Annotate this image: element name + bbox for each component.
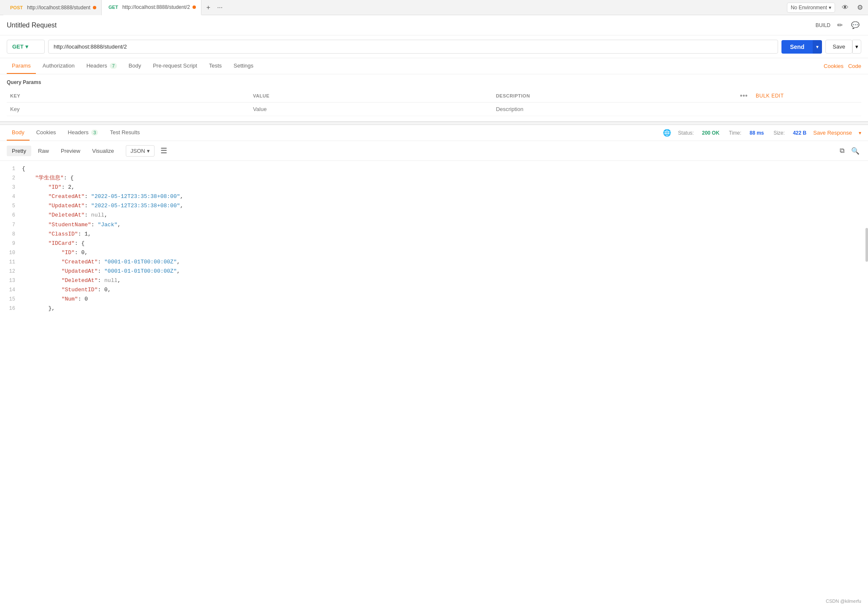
json-line-1: 1 { — [7, 164, 861, 173]
method-selector[interactable]: GET ▾ — [7, 40, 45, 54]
tab-authorization[interactable]: Authorization — [38, 58, 80, 74]
json-line-11: 11 "CreatedAt": "0001-01-01T00:00:00Z", — [7, 257, 861, 267]
description-column-header: DESCRIPTION — [493, 89, 735, 103]
json-line-16: 16 }, — [7, 304, 861, 313]
wrap-lines-button[interactable]: ☰ — [159, 144, 169, 157]
tab-headers[interactable]: Headers 7 — [81, 58, 122, 74]
status-label: Status: — [678, 130, 695, 136]
tab-get-url: http://localhost:8888/student/2 — [122, 4, 190, 10]
add-tab-button[interactable]: + — [205, 3, 212, 12]
footer-watermark: CSDN @kilmerfu — [826, 599, 861, 604]
url-bar: GET ▾ Send ▾ Save ▾ — [0, 35, 868, 58]
settings-icon-button[interactable]: ⚙ — [855, 2, 865, 13]
save-response-chevron[interactable]: ▾ — [859, 130, 861, 136]
env-label: No Environment — [791, 5, 827, 11]
format-selector[interactable]: JSON ▾ — [126, 145, 155, 157]
bulk-edit-header[interactable]: Bulk Edit — [752, 89, 861, 103]
send-button-group: Send ▾ — [781, 40, 822, 54]
request-tabs: Params Authorization Headers 7 Body Pre-… — [0, 58, 868, 74]
format-chevron-icon: ▾ — [147, 148, 150, 154]
json-viewer: 1 { 2 "学生信息": { 3 "ID": 2, 4 "CreatedAt"… — [0, 161, 868, 317]
query-params-title: Query Params — [7, 79, 861, 85]
response-tab-body[interactable]: Body — [7, 125, 30, 141]
row-bulk-cell — [752, 103, 861, 116]
method-chevron-icon: ▾ — [25, 43, 28, 50]
tab-body[interactable]: Body — [124, 58, 146, 74]
json-line-3: 3 "ID": 2, — [7, 183, 861, 192]
key-placeholder-cell[interactable] — [7, 103, 250, 116]
json-line-9: 9 "IDCard": { — [7, 239, 861, 248]
url-input[interactable] — [48, 40, 778, 54]
tab-bar: POST http://localhost:8888/student GET h… — [0, 0, 868, 15]
json-line-13: 13 "DeletedAt": null, — [7, 276, 861, 285]
view-visualize-button[interactable]: Visualize — [87, 146, 119, 156]
tab-params[interactable]: Params — [7, 58, 36, 74]
more-tabs-button[interactable]: ··· — [215, 3, 224, 12]
view-pretty-button[interactable]: Pretty — [7, 146, 31, 156]
cookies-code-links[interactable]: Cookies Code — [824, 63, 861, 69]
view-preview-button[interactable]: Preview — [56, 146, 85, 156]
tab-actions: + ··· — [205, 3, 225, 12]
edit-icon-button[interactable]: ✏ — [835, 19, 844, 31]
tab-settings[interactable]: Settings — [228, 58, 258, 74]
actions-column-header: ••• — [735, 89, 752, 103]
tab-prerequest[interactable]: Pre-request Script — [148, 58, 202, 74]
response-tab-test-results[interactable]: Test Results — [105, 125, 145, 141]
eye-icon-button[interactable]: 👁 — [840, 2, 850, 13]
environment-selector[interactable]: No Environment ▾ — [787, 3, 835, 13]
section-divider — [0, 122, 868, 125]
format-label: JSON — [130, 148, 145, 154]
json-line-14: 14 "StudentID": 0, — [7, 285, 861, 295]
description-placeholder-cell[interactable] — [493, 103, 735, 116]
tab-bar-right: No Environment ▾ 👁 ⚙ — [787, 2, 865, 13]
scrollbar-thumb[interactable] — [865, 228, 868, 262]
save-button[interactable]: Save — [825, 40, 852, 54]
tab-post-url: http://localhost:8888/student — [27, 5, 90, 11]
value-placeholder-cell[interactable] — [250, 103, 492, 116]
json-line-7: 7 "StudentName": "Jack", — [7, 220, 861, 230]
save-button-group: Save ▾ — [825, 40, 861, 54]
row-actions-cell — [735, 103, 752, 116]
request-title: Untitled Request — [7, 22, 57, 29]
json-line-6: 6 "DeletedAt": null, — [7, 211, 861, 220]
time-value: 88 ms — [749, 130, 764, 136]
response-headers-badge: 3 — [91, 130, 98, 135]
response-controls: Pretty Raw Preview Visualize JSON ▾ ☰ ⧉ … — [0, 141, 868, 161]
time-label: Time: — [726, 130, 743, 136]
response-tab-cookies[interactable]: Cookies — [31, 125, 61, 141]
response-tabs: Body Cookies Headers 3 Test Results 🌐 St… — [0, 125, 868, 141]
search-button[interactable]: 🔍 — [849, 145, 861, 157]
json-line-2: 2 "学生信息": { — [7, 173, 861, 183]
send-dropdown-button[interactable]: ▾ — [813, 40, 822, 54]
json-line-10: 10 "ID": 0, — [7, 248, 861, 257]
comment-icon-button[interactable]: 💬 — [849, 19, 861, 31]
chevron-down-icon: ▾ — [829, 5, 831, 11]
save-response-button[interactable]: Save Response — [813, 130, 852, 136]
send-button[interactable]: Send — [781, 40, 813, 54]
tab-get-student2[interactable]: GET http://localhost:8888/student/2 — [102, 0, 201, 15]
value-input[interactable] — [253, 106, 489, 112]
key-column-header: KEY — [7, 89, 250, 103]
json-line-8: 8 "ClassID": 1, — [7, 230, 861, 239]
response-controls-right: ⧉ 🔍 — [838, 145, 861, 157]
headers-badge: 7 — [110, 63, 117, 69]
bulk-edit-button[interactable]: Bulk Edit — [756, 93, 784, 99]
description-input[interactable] — [496, 106, 732, 112]
globe-icon[interactable]: 🌐 — [663, 129, 671, 137]
tab-tests[interactable]: Tests — [204, 58, 227, 74]
query-params-section: Query Params KEY VALUE DESCRIPTION ••• B… — [0, 74, 868, 122]
view-raw-button[interactable]: Raw — [33, 146, 54, 156]
value-column-header: VALUE — [250, 89, 492, 103]
key-input[interactable] — [10, 106, 246, 112]
json-line-4: 4 "CreatedAt": "2022-05-12T23:35:38+08:0… — [7, 192, 861, 201]
json-line-15: 15 "Num": 0 — [7, 295, 861, 304]
save-dropdown-button[interactable]: ▾ — [852, 40, 861, 54]
tab-get-dot — [193, 5, 196, 9]
response-tab-headers[interactable]: Headers 3 — [63, 125, 103, 141]
copy-button[interactable]: ⧉ — [838, 145, 846, 156]
request-header: Untitled Request BUILD ✏ 💬 — [0, 15, 868, 35]
tab-post-student[interactable]: POST http://localhost:8888/student — [3, 0, 102, 15]
response-section: Body Cookies Headers 3 Test Results 🌐 St… — [0, 125, 868, 317]
post-method-badge: POST — [8, 5, 24, 11]
build-button[interactable]: BUILD — [816, 22, 830, 28]
